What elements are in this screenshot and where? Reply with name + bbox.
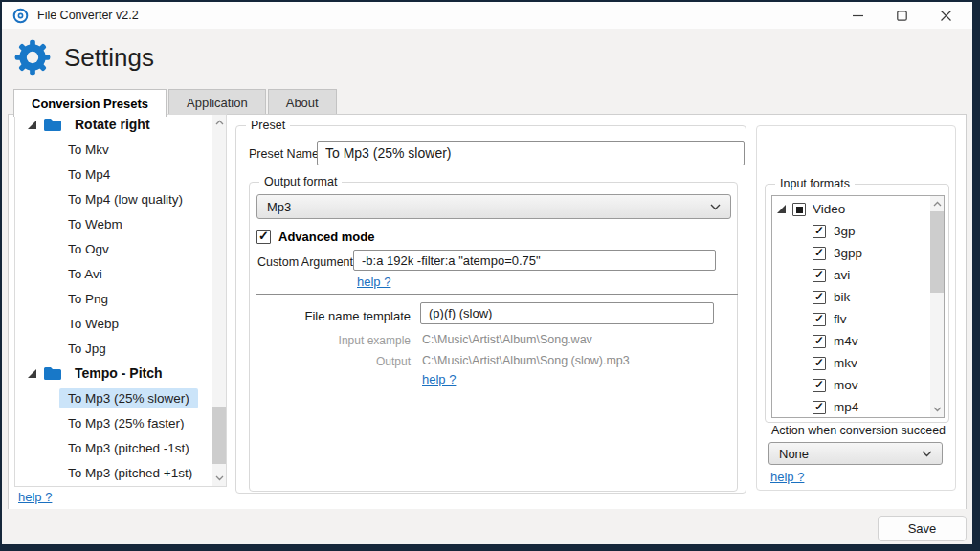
tree-help-link[interactable]: help ? [18, 490, 52, 504]
format-checkbox[interactable] [813, 269, 826, 282]
tree-folder-label: Tempo - Pitch [69, 365, 163, 381]
custom-arguments-help-link[interactable]: help ? [357, 275, 390, 289]
input-example-value: C:\Music\Artist\Album\Song.wav [422, 333, 592, 346]
video-category-checkbox[interactable] [792, 203, 806, 216]
tree-preset-row[interactable]: To Mp3 (pitched -1st) [15, 435, 212, 460]
tree-preset-row[interactable]: To Mp3 (25% slower) [15, 386, 212, 410]
chevron-down-icon [710, 204, 721, 210]
tree-preset-label: To Avi [59, 264, 111, 284]
input-formats-panel: Input formats Video 3gp 3gpp avi bik [756, 125, 956, 491]
formats-scrollbar-thumb[interactable] [930, 211, 944, 293]
format-checkbox[interactable] [813, 225, 826, 238]
format-item-row[interactable]: mov [772, 374, 944, 396]
preset-name-input[interactable] [317, 141, 745, 165]
format-label: avi [834, 268, 850, 282]
input-formats-group: Input formats Video 3gp 3gpp avi bik [765, 184, 949, 423]
tree-scrollbar[interactable] [212, 115, 226, 486]
format-item-row[interactable]: bik [772, 286, 944, 308]
output-format-group: Output format Mp3 Advanced mode Custom A… [249, 182, 738, 492]
maximize-icon[interactable] [886, 4, 917, 27]
scroll-down-icon[interactable] [212, 472, 226, 485]
app-window: File Converter v2.2 [2, 2, 972, 544]
tab-application[interactable]: Application [168, 89, 266, 115]
tree-preset-row[interactable]: To Webp [15, 311, 212, 336]
close-icon[interactable] [930, 4, 961, 27]
action-help-link[interactable]: help ? [770, 470, 804, 484]
preset-group-label: Preset [246, 119, 290, 133]
action-label: Action when conversion succeed [771, 424, 958, 437]
tree-preset-label: To Png [59, 289, 117, 309]
output-example-label: Output [250, 355, 411, 368]
tree-preset-row[interactable]: To Avi [15, 261, 212, 286]
tree-preset-row[interactable]: To Png [15, 286, 212, 311]
expand-triangle-icon[interactable] [28, 121, 36, 129]
expand-triangle-icon[interactable] [777, 205, 786, 213]
tabbar: Conversion Presets Application About [13, 89, 337, 117]
input-formats-group-label: Input formats [775, 177, 855, 191]
tree-preset-row[interactable]: To Webm [15, 211, 212, 236]
custom-arguments-input[interactable] [353, 250, 716, 271]
tree-preset-row[interactable]: To Mp4 (low quality) [15, 187, 212, 211]
formats-scrollbar[interactable] [930, 196, 944, 417]
scroll-up-icon[interactable] [212, 116, 226, 129]
action-select[interactable]: None [768, 442, 943, 465]
format-item-row[interactable]: 3gpp [772, 242, 944, 264]
format-checkbox[interactable] [813, 401, 826, 414]
format-label: m4v [834, 334, 858, 348]
app-header: Settings [13, 38, 154, 77]
chevron-down-icon [922, 451, 932, 457]
gear-icon [13, 38, 52, 77]
preset-group: Preset Preset Name Output format Mp3 Adv… [235, 125, 746, 494]
scroll-down-icon[interactable] [930, 403, 944, 416]
format-item-row[interactable]: 3gp [772, 220, 944, 242]
tree-scrollbar-thumb[interactable] [212, 407, 226, 464]
advanced-mode-checkbox[interactable] [256, 230, 271, 244]
format-item-row[interactable]: m4v [772, 330, 944, 352]
tree-preset-row[interactable]: To Mkv [15, 137, 212, 162]
tree-folder-row[interactable]: Rotate right [15, 114, 212, 137]
tree-preset-label: To Webp [59, 314, 127, 334]
template-help-link[interactable]: help ? [422, 372, 456, 386]
format-checkbox[interactable] [813, 291, 826, 304]
expand-triangle-icon[interactable] [28, 369, 36, 378]
scroll-up-icon[interactable] [930, 197, 944, 210]
tree-preset-row[interactable]: To Mp3 (25% faster) [15, 410, 212, 435]
format-checkbox[interactable] [813, 313, 826, 326]
tree-preset-label: To Mkv [59, 140, 118, 160]
page-title: Settings [64, 43, 154, 73]
file-name-template-input[interactable] [420, 302, 714, 324]
tab-about[interactable]: About [268, 89, 337, 115]
custom-arguments-label: Custom Arguments [257, 255, 359, 269]
format-item-row[interactable]: avi [772, 264, 944, 286]
tree-preset-row[interactable]: To Ogv [15, 236, 212, 261]
format-item-row[interactable]: mkv [772, 352, 944, 374]
file-name-template-label: File name template [250, 309, 411, 323]
format-label: bik [834, 290, 850, 304]
format-category-row[interactable]: Video [772, 198, 944, 220]
format-checkbox[interactable] [813, 357, 826, 370]
format-label: 3gp [834, 224, 856, 238]
save-button[interactable]: Save [878, 516, 967, 541]
format-label: mov [834, 378, 858, 392]
tab-content: Rotate right To Mkv To Mp4 To Mp4 (low q… [8, 114, 967, 510]
format-checkbox[interactable] [813, 379, 826, 392]
tree-preset-row[interactable]: To Mp3 (pitched +1st) [15, 460, 212, 485]
format-item-row[interactable]: mp4 [772, 396, 944, 418]
format-checkbox[interactable] [813, 335, 826, 348]
output-format-select[interactable]: Mp3 [256, 194, 731, 219]
format-checkbox[interactable] [813, 247, 826, 260]
input-example-label: Input example [250, 334, 411, 347]
bottombar: Save [2, 509, 972, 544]
tree-preset-row[interactable]: To Jpg [15, 336, 212, 361]
tree-preset-label: To Jpg [59, 339, 115, 359]
titlebar: File Converter v2.2 [2, 2, 972, 29]
tree-preset-row[interactable]: To Mp4 [15, 162, 212, 187]
format-label: mkv [834, 356, 858, 370]
format-category-label: Video [813, 202, 845, 216]
tree-folder-row[interactable]: Tempo - Pitch [15, 361, 212, 386]
folder-icon [43, 366, 62, 381]
preset-tree-panel: Rotate right To Mkv To Mp4 To Mp4 (low q… [14, 114, 227, 487]
format-item-row[interactable]: flv [772, 308, 944, 330]
minimize-icon[interactable] [842, 4, 873, 27]
tab-conversion-presets[interactable]: Conversion Presets [13, 89, 167, 117]
